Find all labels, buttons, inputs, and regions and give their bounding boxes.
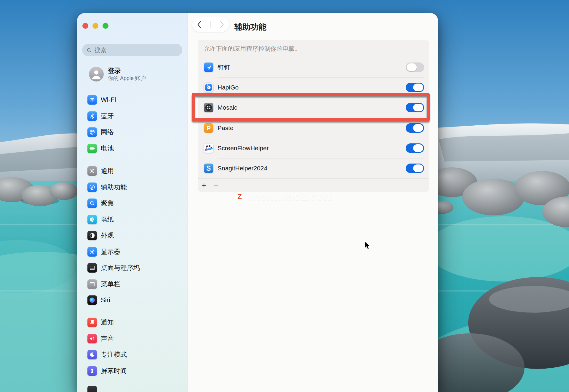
avatar xyxy=(89,67,104,81)
close-window-button[interactable] xyxy=(82,23,88,29)
toggle-screenflowhelper[interactable] xyxy=(406,143,424,153)
watermark-text: www.MacZ.com xyxy=(248,190,334,203)
zoom-window-button[interactable] xyxy=(103,23,108,29)
toggle-snagithelper[interactable] xyxy=(406,164,424,173)
displays-icon xyxy=(87,247,97,257)
sidebar-item-screen-time[interactable]: 屏幕时间 xyxy=(77,363,188,379)
toggle-knob xyxy=(413,84,423,91)
macz-logo: Z xyxy=(235,192,244,201)
menubar-icon xyxy=(87,279,97,289)
back-button[interactable] xyxy=(196,21,203,28)
system-settings-window: 搜索 登录 你的 Apple 账户 Wi-Fi xyxy=(77,13,438,392)
partial-icon xyxy=(87,386,97,392)
sidebar-group-system: 通用 辅助功能 聚焦 xyxy=(77,163,188,308)
account-title: 登录 xyxy=(108,67,146,75)
dingtalk-app-icon xyxy=(204,62,214,72)
sidebar-item-bluetooth[interactable]: 蓝牙 xyxy=(77,108,188,124)
svg-text:S: S xyxy=(206,164,211,172)
nav-divider xyxy=(210,21,211,28)
battery-icon xyxy=(87,144,97,153)
sidebar-item-desktop-dock[interactable]: 桌面与程序坞 xyxy=(77,260,188,276)
toggle-knob xyxy=(413,164,423,172)
toggle-knob xyxy=(413,144,423,152)
page-title: 辅助功能 xyxy=(234,22,266,32)
highlight-rectangle xyxy=(192,93,430,121)
mouse-cursor xyxy=(364,241,371,250)
appearance-icon xyxy=(87,231,97,240)
sidebar-item-appearance[interactable]: 外观 xyxy=(77,228,188,244)
wifi-icon xyxy=(87,95,97,105)
watermark: Z www.MacZ.com xyxy=(235,190,334,203)
desktop-dock-icon xyxy=(87,263,97,273)
hapigo-app-icon xyxy=(204,82,214,92)
sidebar-item-focus[interactable]: 专注模式 xyxy=(77,347,188,363)
sidebar-item-network[interactable]: 网络 xyxy=(77,124,188,140)
sidebar-item-menubar[interactable]: 菜单栏 xyxy=(77,276,188,292)
search-input[interactable]: 搜索 xyxy=(82,44,182,56)
settings-content: 辅助功能 允许下面的应用程序控制你的电脑。 钉钉 xyxy=(188,13,438,392)
toggle-hapigo[interactable] xyxy=(406,83,424,92)
sidebar-item-wallpaper[interactable]: 墙纸 xyxy=(77,212,188,228)
accessibility-icon xyxy=(87,183,97,192)
app-list-toolbar: + − xyxy=(198,178,429,192)
screenflow-app-icon xyxy=(204,143,214,153)
toggle-paste[interactable] xyxy=(406,123,424,133)
sidebar-item-partial[interactable] xyxy=(87,386,97,392)
sidebar-item-spotlight[interactable]: 聚焦 xyxy=(77,195,188,212)
sidebar: 搜索 登录 你的 Apple 账户 Wi-Fi xyxy=(77,13,188,392)
sidebar-item-sound[interactable]: 声音 xyxy=(77,331,188,347)
sidebar-item-account[interactable]: 登录 你的 Apple 账户 xyxy=(89,67,146,82)
sidebar-group-connectivity: Wi-Fi 蓝牙 网络 xyxy=(77,92,188,156)
app-row-snagithelper: S SnagitHelper2024 xyxy=(198,158,429,178)
sound-icon xyxy=(87,334,97,343)
screen-time-icon xyxy=(87,366,97,376)
sidebar-group-alerts: 通知 声音 专注模式 xyxy=(77,314,188,379)
toggle-knob xyxy=(413,124,423,132)
app-row-dingtalk: 钉钉 xyxy=(198,57,429,77)
remove-app-button[interactable]: − xyxy=(210,182,222,189)
sidebar-item-battery[interactable]: 电池 xyxy=(77,140,188,157)
minimize-window-button[interactable] xyxy=(92,23,98,29)
nav-buttons xyxy=(192,17,229,32)
notifications-icon xyxy=(87,318,97,327)
app-row-screenflowhelper: ScreenFlowHelper xyxy=(198,138,429,158)
wallpaper-icon xyxy=(87,215,97,224)
sidebar-item-accessibility[interactable]: 辅助功能 xyxy=(77,179,188,196)
search-placeholder: 搜索 xyxy=(95,46,106,54)
bluetooth-icon xyxy=(87,111,97,121)
snagit-app-icon: S xyxy=(204,163,214,173)
svg-text:P: P xyxy=(207,124,211,131)
sidebar-item-wifi[interactable]: Wi-Fi xyxy=(77,92,188,108)
sidebar-item-notifications[interactable]: 通知 xyxy=(77,314,188,331)
network-icon xyxy=(87,127,97,137)
search-icon xyxy=(86,47,92,53)
sidebar-item-siri[interactable]: Siri xyxy=(77,292,188,308)
paste-app-icon: P xyxy=(204,123,214,133)
permission-note: 允许下面的应用程序控制你的电脑。 xyxy=(198,40,429,57)
focus-icon xyxy=(87,350,97,359)
sidebar-item-displays[interactable]: 显示器 xyxy=(77,244,188,260)
toggle-dingtalk[interactable] xyxy=(406,63,424,72)
toggle-knob xyxy=(407,63,417,71)
siri-icon xyxy=(87,295,97,305)
sidebar-item-general[interactable]: 通用 xyxy=(77,163,188,179)
forward-button[interactable] xyxy=(218,21,225,28)
add-app-button[interactable]: + xyxy=(198,182,210,189)
spotlight-icon xyxy=(87,199,97,208)
general-icon xyxy=(87,166,97,176)
account-subtitle: 你的 Apple 账户 xyxy=(108,75,146,82)
